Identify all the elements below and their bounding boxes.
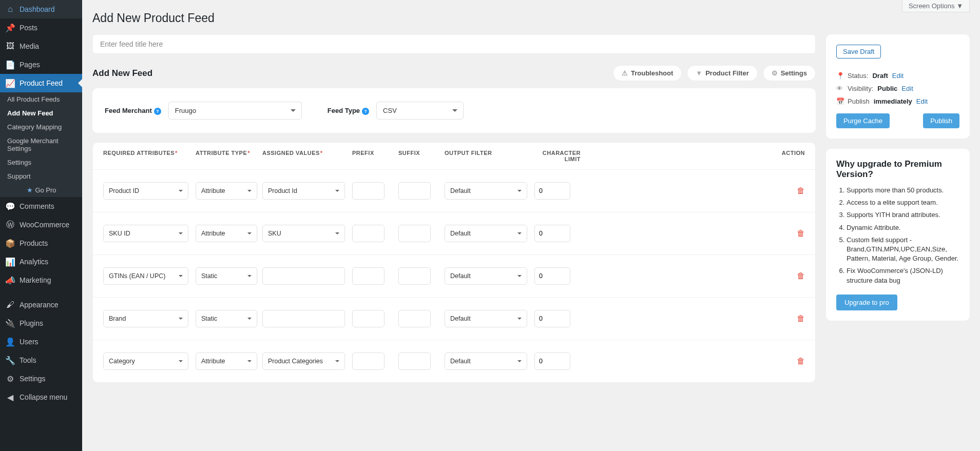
- required-attribute-select[interactable]: Category: [103, 352, 188, 370]
- required-attribute-select[interactable]: SKU ID: [103, 225, 188, 242]
- settings-button[interactable]: ⚙Settings: [763, 65, 816, 81]
- troubleshoot-button[interactable]: ⚠Troubleshoot: [613, 65, 682, 81]
- products-icon: 📦: [5, 238, 15, 248]
- character-limit-input[interactable]: [534, 267, 570, 285]
- media-icon: 🖼: [5, 41, 15, 51]
- character-limit-input[interactable]: [534, 225, 570, 242]
- upgrade-list-item: Supports more than 50 products.: [847, 186, 959, 195]
- sidebar-item-plugins[interactable]: 🔌Plugins: [0, 314, 82, 332]
- feed-merchant-select[interactable]: Fruugo: [168, 102, 302, 120]
- sidebar-item-media[interactable]: 🖼Media: [0, 37, 82, 55]
- sidebar-item-marketing[interactable]: 📣Marketing: [0, 271, 82, 289]
- output-filter-select[interactable]: Default: [445, 182, 527, 200]
- attribute-type-select[interactable]: Attribute: [196, 182, 257, 200]
- table-row: Brand Static Default 🗑: [93, 297, 815, 340]
- delete-row-button[interactable]: 🗑: [797, 271, 805, 281]
- character-limit-input[interactable]: [534, 352, 570, 370]
- assigned-value-select[interactable]: SKU: [262, 225, 345, 242]
- prefix-input[interactable]: [352, 267, 385, 285]
- prefix-input[interactable]: [352, 352, 385, 370]
- page-title: Add New Product Feed: [92, 11, 970, 25]
- delete-row-button[interactable]: 🗑: [797, 357, 805, 366]
- screen-options-button[interactable]: Screen Options ▼: [902, 0, 970, 12]
- trash-icon: 🗑: [797, 357, 805, 365]
- required-attribute-select[interactable]: GTINs (EAN / UPC): [103, 267, 188, 285]
- sidebar-item-dashboard[interactable]: ⌂Dashboard: [0, 0, 82, 18]
- sidebar-item-appearance[interactable]: 🖌Appearance: [0, 296, 82, 314]
- prefix-input[interactable]: [352, 182, 385, 200]
- sidebar-sub-go-pro[interactable]: ★Go Pro: [0, 183, 82, 197]
- edit-visibility-link[interactable]: Edit: [901, 85, 913, 92]
- sidebar-item-comments[interactable]: 💬Comments: [0, 197, 82, 215]
- required-attribute-select[interactable]: Brand: [103, 310, 188, 327]
- sidebar-item-product-feed[interactable]: 📈Product Feed: [0, 74, 82, 92]
- delete-row-button[interactable]: 🗑: [797, 229, 805, 238]
- sidebar-item-tools[interactable]: 🔧Tools: [0, 351, 82, 369]
- suffix-input[interactable]: [398, 310, 431, 327]
- output-filter-select[interactable]: Default: [445, 310, 527, 327]
- sidebar-sub-add-new[interactable]: Add New Feed: [0, 106, 82, 120]
- delete-row-button[interactable]: 🗑: [797, 186, 805, 195]
- sidebar-sub-category-mapping[interactable]: Category Mapping: [0, 120, 82, 134]
- eye-icon: 👁: [836, 85, 843, 92]
- suffix-input[interactable]: [398, 182, 431, 200]
- sidebar-item-products[interactable]: 📦Products: [0, 234, 82, 252]
- assigned-value-input[interactable]: [262, 310, 345, 327]
- sidebar-sub-settings[interactable]: Settings: [0, 155, 82, 169]
- upgrade-button[interactable]: Upgrade to pro: [836, 295, 897, 310]
- upgrade-list-item: Access to a elite support team.: [847, 198, 959, 207]
- suffix-input[interactable]: [398, 352, 431, 370]
- sidebar-item-settings[interactable]: ⚙Settings: [0, 369, 82, 388]
- attribute-type-select[interactable]: Static: [196, 310, 257, 327]
- help-icon[interactable]: ?: [362, 108, 369, 115]
- tools-icon: 🔧: [5, 355, 15, 365]
- output-filter-select[interactable]: Default: [445, 267, 527, 285]
- character-limit-input[interactable]: [534, 310, 570, 327]
- delete-row-button[interactable]: 🗑: [797, 314, 805, 323]
- sidebar-sub-all-feeds[interactable]: All Product Feeds: [0, 92, 82, 106]
- dashboard-icon: ⌂: [5, 4, 15, 14]
- suffix-input[interactable]: [398, 267, 431, 285]
- character-limit-input[interactable]: [534, 182, 570, 200]
- sidebar-sub-google-merchant[interactable]: Google Merchant Settings: [0, 134, 82, 155]
- assigned-value-select[interactable]: Product Id: [262, 182, 345, 200]
- save-draft-button[interactable]: Save Draft: [836, 45, 881, 58]
- settings-icon: ⚙: [5, 374, 15, 384]
- required-attribute-select[interactable]: Product ID: [103, 182, 188, 200]
- users-icon: 👤: [5, 337, 15, 347]
- product-filter-button[interactable]: ▼Product Filter: [687, 65, 757, 81]
- pin-icon: 📌: [5, 23, 15, 33]
- table-header: REQUIRED ATTRIBUTES* ATTRIBUTE TYPE* ASS…: [93, 143, 815, 169]
- sidebar-item-posts[interactable]: 📌Posts: [0, 18, 82, 37]
- prefix-input[interactable]: [352, 225, 385, 242]
- edit-status-link[interactable]: Edit: [892, 72, 904, 80]
- output-filter-select[interactable]: Default: [445, 352, 527, 370]
- sidebar-item-analytics[interactable]: 📊Analytics: [0, 252, 82, 271]
- purge-cache-button[interactable]: Purge Cache: [836, 113, 890, 128]
- attribute-type-select[interactable]: Attribute: [196, 225, 257, 242]
- feed-title-input[interactable]: [92, 34, 816, 54]
- star-icon: ★: [27, 186, 33, 194]
- attribute-type-select[interactable]: Static: [196, 267, 257, 285]
- table-row: GTINs (EAN / UPC) Static Default 🗑: [93, 254, 815, 297]
- attribute-type-select[interactable]: Attribute: [196, 352, 257, 370]
- sidebar-sub-support[interactable]: Support: [0, 169, 82, 183]
- sidebar-item-woocommerce[interactable]: ⓌWooCommerce: [0, 215, 82, 234]
- sidebar-item-users[interactable]: 👤Users: [0, 332, 82, 351]
- feed-type-select[interactable]: CSV: [376, 102, 464, 120]
- table-row: Category Attribute Product Categories De…: [93, 340, 815, 382]
- suffix-input[interactable]: [398, 225, 431, 242]
- edit-publish-link[interactable]: Edit: [916, 97, 928, 105]
- trash-icon: 🗑: [797, 229, 805, 238]
- assigned-value-input[interactable]: [262, 267, 345, 285]
- prefix-input[interactable]: [352, 310, 385, 327]
- publish-button[interactable]: Publish: [923, 113, 959, 128]
- output-filter-select[interactable]: Default: [445, 225, 527, 242]
- analytics-icon: 📊: [5, 257, 15, 267]
- assigned-value-select[interactable]: Product Categories: [262, 352, 345, 370]
- trash-icon: 🗑: [797, 271, 805, 280]
- collapse-icon: ◀: [5, 392, 15, 402]
- help-icon[interactable]: ?: [154, 108, 161, 115]
- sidebar-item-collapse[interactable]: ◀Collapse menu: [0, 388, 82, 406]
- sidebar-item-pages[interactable]: 📄Pages: [0, 55, 82, 74]
